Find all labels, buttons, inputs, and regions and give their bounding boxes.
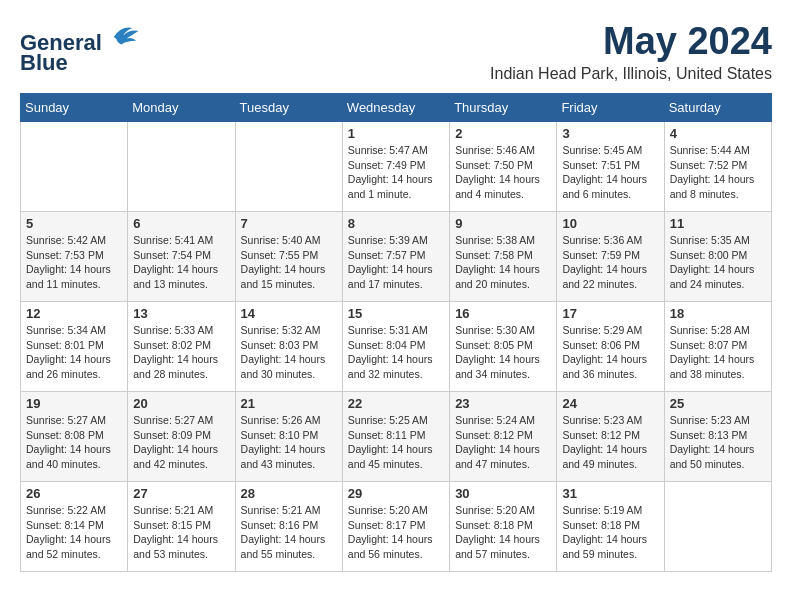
- calendar-cell: 22Sunrise: 5:25 AMSunset: 8:11 PMDayligh…: [342, 392, 449, 482]
- day-info: Sunrise: 5:38 AMSunset: 7:58 PMDaylight:…: [455, 233, 551, 292]
- calendar-cell: 14Sunrise: 5:32 AMSunset: 8:03 PMDayligh…: [235, 302, 342, 392]
- calendar-cell: [235, 122, 342, 212]
- location: Indian Head Park, Illinois, United State…: [490, 65, 772, 83]
- day-info: Sunrise: 5:25 AMSunset: 8:11 PMDaylight:…: [348, 413, 444, 472]
- calendar-cell: 17Sunrise: 5:29 AMSunset: 8:06 PMDayligh…: [557, 302, 664, 392]
- day-info: Sunrise: 5:21 AMSunset: 8:15 PMDaylight:…: [133, 503, 229, 562]
- calendar-cell: 20Sunrise: 5:27 AMSunset: 8:09 PMDayligh…: [128, 392, 235, 482]
- day-info: Sunrise: 5:42 AMSunset: 7:53 PMDaylight:…: [26, 233, 122, 292]
- day-info: Sunrise: 5:34 AMSunset: 8:01 PMDaylight:…: [26, 323, 122, 382]
- calendar-cell: 16Sunrise: 5:30 AMSunset: 8:05 PMDayligh…: [450, 302, 557, 392]
- day-info: Sunrise: 5:41 AMSunset: 7:54 PMDaylight:…: [133, 233, 229, 292]
- weekday-header-thursday: Thursday: [450, 94, 557, 122]
- calendar-cell: 2Sunrise: 5:46 AMSunset: 7:50 PMDaylight…: [450, 122, 557, 212]
- day-info: Sunrise: 5:23 AMSunset: 8:12 PMDaylight:…: [562, 413, 658, 472]
- calendar-cell: 25Sunrise: 5:23 AMSunset: 8:13 PMDayligh…: [664, 392, 771, 482]
- day-info: Sunrise: 5:23 AMSunset: 8:13 PMDaylight:…: [670, 413, 766, 472]
- day-number: 24: [562, 396, 658, 411]
- day-info: Sunrise: 5:32 AMSunset: 8:03 PMDaylight:…: [241, 323, 337, 382]
- day-number: 3: [562, 126, 658, 141]
- day-info: Sunrise: 5:27 AMSunset: 8:08 PMDaylight:…: [26, 413, 122, 472]
- day-info: Sunrise: 5:27 AMSunset: 8:09 PMDaylight:…: [133, 413, 229, 472]
- day-number: 5: [26, 216, 122, 231]
- weekday-header-friday: Friday: [557, 94, 664, 122]
- weekday-header-row: SundayMondayTuesdayWednesdayThursdayFrid…: [21, 94, 772, 122]
- day-info: Sunrise: 5:45 AMSunset: 7:51 PMDaylight:…: [562, 143, 658, 202]
- logo: General Blue: [20, 20, 140, 75]
- calendar-table: SundayMondayTuesdayWednesdayThursdayFrid…: [20, 93, 772, 572]
- calendar-cell: 26Sunrise: 5:22 AMSunset: 8:14 PMDayligh…: [21, 482, 128, 572]
- calendar-week-3: 12Sunrise: 5:34 AMSunset: 8:01 PMDayligh…: [21, 302, 772, 392]
- day-number: 29: [348, 486, 444, 501]
- calendar-cell: 30Sunrise: 5:20 AMSunset: 8:18 PMDayligh…: [450, 482, 557, 572]
- day-info: Sunrise: 5:35 AMSunset: 8:00 PMDaylight:…: [670, 233, 766, 292]
- day-number: 26: [26, 486, 122, 501]
- calendar-cell: 28Sunrise: 5:21 AMSunset: 8:16 PMDayligh…: [235, 482, 342, 572]
- logo-bird-icon: [110, 20, 140, 50]
- day-info: Sunrise: 5:19 AMSunset: 8:18 PMDaylight:…: [562, 503, 658, 562]
- calendar-cell: 6Sunrise: 5:41 AMSunset: 7:54 PMDaylight…: [128, 212, 235, 302]
- calendar-cell: [664, 482, 771, 572]
- calendar-cell: 31Sunrise: 5:19 AMSunset: 8:18 PMDayligh…: [557, 482, 664, 572]
- day-info: Sunrise: 5:40 AMSunset: 7:55 PMDaylight:…: [241, 233, 337, 292]
- day-info: Sunrise: 5:36 AMSunset: 7:59 PMDaylight:…: [562, 233, 658, 292]
- day-number: 25: [670, 396, 766, 411]
- day-info: Sunrise: 5:44 AMSunset: 7:52 PMDaylight:…: [670, 143, 766, 202]
- day-number: 23: [455, 396, 551, 411]
- day-number: 1: [348, 126, 444, 141]
- calendar-cell: [21, 122, 128, 212]
- weekday-header-saturday: Saturday: [664, 94, 771, 122]
- weekday-header-monday: Monday: [128, 94, 235, 122]
- day-number: 19: [26, 396, 122, 411]
- weekday-header-sunday: Sunday: [21, 94, 128, 122]
- day-info: Sunrise: 5:39 AMSunset: 7:57 PMDaylight:…: [348, 233, 444, 292]
- day-info: Sunrise: 5:29 AMSunset: 8:06 PMDaylight:…: [562, 323, 658, 382]
- day-number: 2: [455, 126, 551, 141]
- day-number: 6: [133, 216, 229, 231]
- calendar-cell: 19Sunrise: 5:27 AMSunset: 8:08 PMDayligh…: [21, 392, 128, 482]
- calendar-cell: 23Sunrise: 5:24 AMSunset: 8:12 PMDayligh…: [450, 392, 557, 482]
- day-number: 21: [241, 396, 337, 411]
- day-number: 13: [133, 306, 229, 321]
- calendar-cell: 27Sunrise: 5:21 AMSunset: 8:15 PMDayligh…: [128, 482, 235, 572]
- day-info: Sunrise: 5:46 AMSunset: 7:50 PMDaylight:…: [455, 143, 551, 202]
- calendar-cell: 24Sunrise: 5:23 AMSunset: 8:12 PMDayligh…: [557, 392, 664, 482]
- calendar-cell: 4Sunrise: 5:44 AMSunset: 7:52 PMDaylight…: [664, 122, 771, 212]
- day-number: 18: [670, 306, 766, 321]
- day-number: 7: [241, 216, 337, 231]
- day-info: Sunrise: 5:31 AMSunset: 8:04 PMDaylight:…: [348, 323, 444, 382]
- weekday-header-wednesday: Wednesday: [342, 94, 449, 122]
- day-number: 4: [670, 126, 766, 141]
- calendar-cell: 10Sunrise: 5:36 AMSunset: 7:59 PMDayligh…: [557, 212, 664, 302]
- day-info: Sunrise: 5:24 AMSunset: 8:12 PMDaylight:…: [455, 413, 551, 472]
- day-info: Sunrise: 5:28 AMSunset: 8:07 PMDaylight:…: [670, 323, 766, 382]
- day-number: 22: [348, 396, 444, 411]
- calendar-cell: 7Sunrise: 5:40 AMSunset: 7:55 PMDaylight…: [235, 212, 342, 302]
- day-number: 28: [241, 486, 337, 501]
- calendar-week-2: 5Sunrise: 5:42 AMSunset: 7:53 PMDaylight…: [21, 212, 772, 302]
- calendar-cell: 15Sunrise: 5:31 AMSunset: 8:04 PMDayligh…: [342, 302, 449, 392]
- calendar-week-4: 19Sunrise: 5:27 AMSunset: 8:08 PMDayligh…: [21, 392, 772, 482]
- day-number: 8: [348, 216, 444, 231]
- day-info: Sunrise: 5:22 AMSunset: 8:14 PMDaylight:…: [26, 503, 122, 562]
- day-number: 16: [455, 306, 551, 321]
- calendar-cell: 1Sunrise: 5:47 AMSunset: 7:49 PMDaylight…: [342, 122, 449, 212]
- day-number: 15: [348, 306, 444, 321]
- month-title: May 2024: [490, 20, 772, 63]
- calendar-week-1: 1Sunrise: 5:47 AMSunset: 7:49 PMDaylight…: [21, 122, 772, 212]
- calendar-cell: 3Sunrise: 5:45 AMSunset: 7:51 PMDaylight…: [557, 122, 664, 212]
- day-number: 20: [133, 396, 229, 411]
- day-info: Sunrise: 5:30 AMSunset: 8:05 PMDaylight:…: [455, 323, 551, 382]
- day-number: 12: [26, 306, 122, 321]
- calendar-cell: 11Sunrise: 5:35 AMSunset: 8:00 PMDayligh…: [664, 212, 771, 302]
- calendar-cell: 5Sunrise: 5:42 AMSunset: 7:53 PMDaylight…: [21, 212, 128, 302]
- day-number: 10: [562, 216, 658, 231]
- day-number: 17: [562, 306, 658, 321]
- calendar-cell: 8Sunrise: 5:39 AMSunset: 7:57 PMDaylight…: [342, 212, 449, 302]
- day-number: 31: [562, 486, 658, 501]
- calendar-cell: [128, 122, 235, 212]
- day-number: 11: [670, 216, 766, 231]
- calendar-cell: 18Sunrise: 5:28 AMSunset: 8:07 PMDayligh…: [664, 302, 771, 392]
- calendar-cell: 13Sunrise: 5:33 AMSunset: 8:02 PMDayligh…: [128, 302, 235, 392]
- day-info: Sunrise: 5:20 AMSunset: 8:18 PMDaylight:…: [455, 503, 551, 562]
